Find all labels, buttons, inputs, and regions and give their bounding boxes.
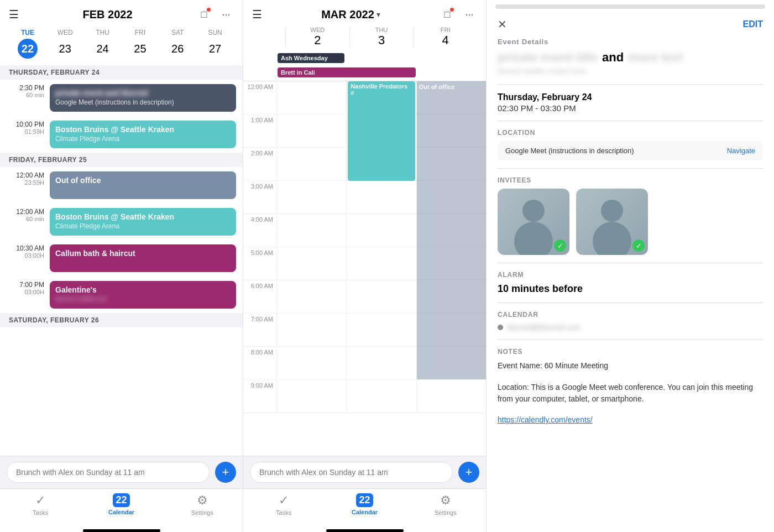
mid-bottom-input: + (243, 456, 486, 488)
day-num-wed: 23 (55, 39, 75, 59)
invitees-label: INVITEES (498, 176, 763, 184)
nav-item-tasks[interactable]: ✓ Tasks (0, 493, 81, 516)
cell-fri-12am: Out of office (416, 81, 486, 114)
mid-notification-dot (450, 8, 454, 12)
mid-nav-label-tasks: Tasks (276, 509, 291, 516)
more-options-icon[interactable]: ··· (218, 7, 234, 22)
time-label-7am: 7:00 AM (243, 314, 276, 346)
cell-thu-2am (346, 148, 416, 180)
cell-fri-1am (416, 114, 486, 147)
location-row: Google Meet (instructions in description… (498, 141, 763, 160)
mid-home-indicator (326, 529, 404, 532)
chevron-down-icon[interactable]: ▾ (376, 10, 380, 19)
nav-item-settings[interactable]: ⚙ Settings (162, 493, 243, 516)
mid-more-icon[interactable]: ··· (462, 7, 477, 22)
timeline-cells-12am: Nashville Predators # Out of office (276, 81, 486, 114)
mid-nav-label-settings: Settings (435, 509, 457, 516)
invitees-section: INVITEES ✓ ✓ (487, 169, 774, 263)
and-label: and (602, 50, 624, 65)
edit-button[interactable]: EDIT (743, 19, 763, 29)
cell-wed-3am (276, 181, 346, 213)
mid-compose-icon[interactable]: □ (440, 7, 455, 22)
day-col-thu[interactable]: THU 24 (84, 29, 122, 59)
event-time-main: 12:00 AM (7, 171, 44, 179)
brett-in-cali-event[interactable]: Brett in Cali (278, 67, 416, 77)
event-time-dur: 01:59H (7, 128, 44, 135)
day-col-wed[interactable]: WED 23 (46, 29, 84, 59)
mid-nav-calendar[interactable]: 22 Calendar (324, 493, 405, 516)
ash-wednesday-event[interactable]: Ash Wednesday (278, 53, 344, 63)
hamburger-icon[interactable]: ☰ (9, 8, 19, 21)
event-card-1[interactable]: private event and blurred Google Meet (i… (50, 84, 236, 112)
list-item[interactable]: 2:30 PM 60 min private event and blurred… (0, 80, 243, 116)
mid-add-button[interactable]: + (458, 462, 479, 483)
cell-thu-7am (346, 314, 416, 346)
cell-fri-8am (416, 347, 486, 379)
calendar-row: blurred@blurred.com (498, 323, 763, 332)
event-time-dur: 23:59H (7, 179, 44, 186)
event-date: Thursday, February 24 (498, 92, 763, 102)
day-col-sun[interactable]: SUN 27 (196, 29, 234, 59)
cell-fri-7am (416, 314, 486, 346)
list-item[interactable]: 7:00 PM 03:00H Galentine's blurred subti… (0, 277, 243, 313)
mid-tasks-icon: ✓ (279, 493, 289, 508)
alarm-section: ALARM 10 minutes before (487, 263, 774, 302)
tasks-icon: ✓ (35, 493, 45, 508)
mid-header-icons: □ ··· (440, 7, 477, 22)
mid-day-wed[interactable]: WED 2 (285, 27, 349, 48)
mid-search-input[interactable] (250, 462, 453, 483)
event-time-2: 10:00 PM 01:59H (7, 121, 44, 135)
compose-icon[interactable]: □ (196, 7, 212, 22)
invitee-1-avatar[interactable]: ✓ (498, 189, 569, 255)
time-label-12am: 12:00 AM (243, 81, 276, 114)
out-of-office-label: Out of office (419, 84, 455, 90)
event-card-title: Out of office (55, 176, 231, 185)
allday-row: Ash Wednesday Brett in Cali (243, 52, 486, 81)
day-col-sat[interactable]: SAT 26 (159, 29, 196, 59)
timeline-row-4am: 4:00 AM (243, 214, 486, 247)
cell-thu-6am (346, 280, 416, 313)
list-item[interactable]: 12:00 AM 23:59H Out of office (0, 167, 243, 204)
time-label-2am: 2:00 AM (243, 148, 276, 180)
cell-thu-1am (346, 114, 416, 147)
left-search-input[interactable] (7, 462, 210, 483)
notes-line2: Location: This is a Google Meet web conf… (498, 382, 763, 405)
mid-hamburger-icon[interactable]: ☰ (252, 8, 262, 21)
time-label-3am: 3:00 AM (243, 181, 276, 213)
left-add-button[interactable]: + (215, 462, 236, 483)
allday-gutter (243, 52, 276, 81)
day-col-tue[interactable]: TUE 22 (9, 29, 46, 59)
invitee-2-avatar[interactable]: ✓ (576, 189, 648, 255)
close-button[interactable]: ✕ (498, 18, 507, 31)
notes-label: NOTES (498, 348, 763, 356)
mid-nav-settings[interactable]: ⚙ Settings (405, 493, 486, 516)
list-item[interactable]: 10:00 PM 01:59H Boston Bruins @ Seattle … (0, 116, 243, 153)
navigate-button[interactable]: Navigate (727, 147, 755, 155)
mid-nav-tasks[interactable]: ✓ Tasks (243, 493, 324, 516)
time-label-6am: 6:00 AM (243, 280, 276, 313)
location-label: LOCATION (498, 129, 763, 137)
event-card-3[interactable]: Out of office (50, 171, 236, 199)
list-item[interactable]: 10:30 AM 03:00H Callum bath & haircut (0, 240, 243, 277)
cell-fri-5am (416, 247, 486, 280)
calendar-label: CALENDAR (498, 311, 763, 319)
mid-day-thu[interactable]: THU 3 (349, 27, 414, 48)
event-card-2[interactable]: Boston Bruins @ Seattle Kraken Climate P… (50, 121, 236, 148)
cell-wed-12am (276, 81, 346, 114)
list-item[interactable]: 12:00 AM 60 min Boston Bruins @ Seattle … (0, 204, 243, 240)
timeline: 12:00 AM Nashville Predators # Out of of… (243, 81, 486, 456)
cell-wed-7am (276, 314, 346, 346)
event-card-6[interactable]: Galentine's blurred subtitle text (50, 281, 236, 309)
timeline-row-12am: 12:00 AM Nashville Predators # Out of of… (243, 81, 486, 114)
event-card-title: Galentine's (55, 285, 231, 294)
mid-day-name-thu: THU (350, 27, 414, 33)
mid-settings-icon: ⚙ (440, 493, 451, 508)
day-name-wed: WED (46, 29, 84, 36)
event-card-4[interactable]: Boston Bruins @ Seattle Kraken Climate P… (50, 208, 236, 236)
day-col-fri[interactable]: FRI 25 (121, 29, 159, 59)
mid-day-fri[interactable]: FRI 4 (413, 27, 477, 48)
event-card-5[interactable]: Callum bath & haircut (50, 244, 236, 272)
nav-item-calendar[interactable]: 22 Calendar (81, 493, 161, 516)
notes-link[interactable]: https://calendly.com/events/ (498, 415, 593, 424)
cell-thu-9am (346, 380, 416, 413)
